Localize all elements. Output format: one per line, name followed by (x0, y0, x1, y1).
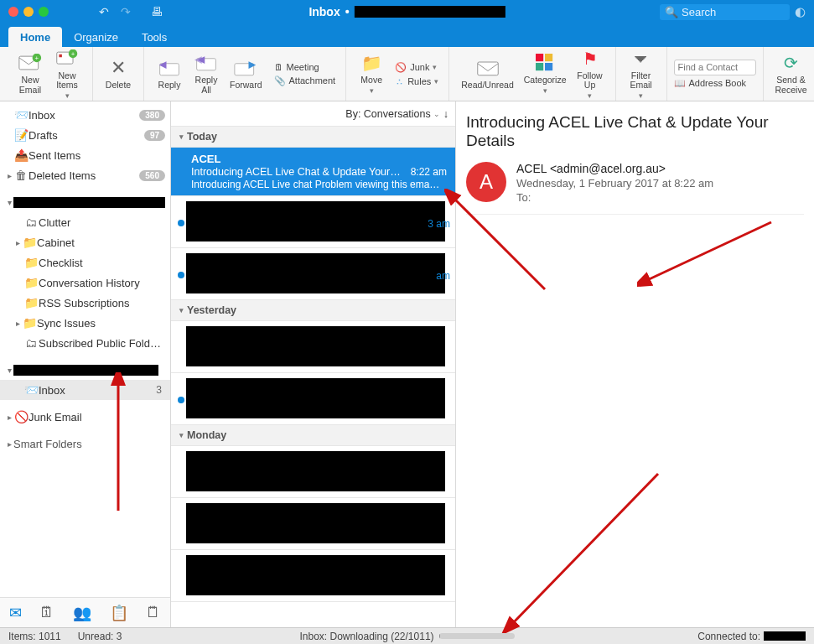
expand-arrow-icon[interactable]: ▸ (13, 238, 22, 247)
message-item[interactable]: 3 am (171, 196, 455, 248)
sidebar-item-inbox-2[interactable]: 📨 Inbox 3 (0, 380, 170, 400)
account-name-redacted (13, 197, 165, 208)
close-window-button[interactable] (8, 7, 18, 17)
calendar-view-icon[interactable]: 🗓 (39, 604, 54, 621)
sidebar-item-label: Junk Email (29, 411, 165, 423)
chevron-down-icon: ▾ (370, 87, 374, 96)
account-name-redacted (13, 365, 158, 376)
sidebar-item-smart-folders[interactable]: ▸Smart Folders (0, 434, 170, 454)
msg-time: 3 am (428, 218, 450, 230)
undo-icon[interactable]: ↶ (99, 5, 109, 18)
expand-arrow-icon[interactable]: ▸ (5, 439, 13, 449)
group-today[interactable]: ▾Today (171, 127, 455, 148)
sidebar-item-sent[interactable]: 📤 Sent Items (0, 145, 170, 165)
sent-icon: 📤 (13, 148, 29, 162)
message-item[interactable] (171, 550, 455, 602)
sidebar-item-junk[interactable]: ▸🚫Junk Email (0, 407, 170, 427)
meeting-button[interactable]: 🗓Meeting (271, 61, 340, 73)
follow-up-button[interactable]: ⚑ Follow Up ▾ (572, 46, 609, 102)
sidebar-item-clutter[interactable]: 🗂Clutter (0, 212, 170, 232)
address-book-button[interactable]: 📖Address Book (674, 78, 756, 89)
sidebar-account-header[interactable]: ▾ (0, 192, 170, 212)
message-item[interactable]: am (171, 248, 455, 300)
flag-icon: ⚑ (578, 48, 602, 70)
sender-avatar: A (466, 162, 506, 202)
progress-bar (439, 633, 515, 639)
unread-dot-icon (178, 272, 184, 278)
sort-label: By: Conversations (345, 108, 430, 120)
sort-direction-button[interactable]: ↓ (443, 108, 448, 120)
tab-home[interactable]: Home (8, 27, 62, 47)
sidebar-item-drafts[interactable]: 📝 Drafts 97 (0, 125, 170, 145)
rules-button[interactable]: ⛬Rules▾ (391, 75, 442, 87)
sidebar-item-conversation-history[interactable]: 📁Conversation History (0, 273, 170, 293)
message-item[interactable] (171, 498, 455, 550)
move-button[interactable]: 📁 Move ▾ (353, 50, 390, 96)
window-title: Inbox • (308, 5, 505, 18)
group-yesterday[interactable]: ▾Yesterday (171, 300, 455, 321)
tab-tools[interactable]: Tools (130, 27, 179, 47)
collapse-arrow-icon: ▾ (179, 431, 184, 439)
sidebar-item-inbox[interactable]: 📨 Inbox 380 (0, 105, 170, 125)
expand-arrow-icon[interactable]: ▸ (5, 171, 13, 180)
sidebar-item-cabinet[interactable]: ▸📁Cabinet (0, 232, 170, 252)
search-box[interactable]: 🔍 (660, 4, 790, 20)
msg-subject: Introducing ACEL Live Chat & Update Your… (191, 166, 401, 178)
minimize-window-button[interactable] (23, 7, 34, 17)
notes-view-icon[interactable]: 🗒 (146, 604, 161, 621)
find-contact-input[interactable] (674, 60, 756, 75)
message-list: By: Conversations ⌄ ↓ ▾Today ACEL Introd… (171, 101, 456, 627)
help-icon[interactable]: ◐ (795, 4, 806, 19)
new-email-button[interactable]: + New Email (12, 50, 49, 96)
sidebar-item-label: Inbox (39, 384, 156, 397)
reading-pane: Introducing ACEL Live Chat & Update Your… (456, 101, 814, 627)
junk-button[interactable]: 🚫Junk▾ (391, 61, 442, 74)
sidebar-account-header-2[interactable]: ▾ (0, 360, 170, 380)
trash-icon: 🗑 (13, 169, 29, 182)
maximize-window-button[interactable] (39, 7, 49, 17)
people-view-icon[interactable]: 👥 (73, 604, 91, 622)
read-unread-button[interactable]: Read/Unread (456, 55, 518, 92)
sort-by-button[interactable]: By: Conversations ⌄ (345, 108, 439, 120)
sidebar-item-label: Checklist (39, 257, 165, 269)
attachment-button[interactable]: 📎Attachment (271, 75, 340, 87)
send-receive-button[interactable]: ⟳ Send & Receive (770, 50, 812, 96)
ribbon: + New Email + New Items ▾ ✕ Delete Reply (0, 47, 814, 101)
expand-arrow-icon[interactable]: ▸ (5, 413, 13, 422)
message-item-selected[interactable]: ACEL Introducing ACEL Live Chat & Update… (171, 148, 455, 196)
print-icon[interactable]: 🖶 (151, 5, 163, 18)
message-item[interactable] (171, 321, 455, 373)
title-account-redacted (355, 6, 506, 18)
forward-button[interactable]: Forward (225, 55, 267, 92)
forward-icon (234, 57, 257, 79)
message-item[interactable] (171, 373, 455, 425)
delete-button[interactable]: ✕ Delete (100, 55, 137, 92)
sidebar-item-subscribed-public[interactable]: 🗂Subscribed Public Folders (0, 333, 170, 353)
chevron-down-icon: ▾ (588, 92, 592, 101)
count-badge: 97 (144, 130, 165, 141)
chevron-down-icon: ▾ (65, 92, 70, 101)
categorize-button[interactable]: Categorize ▾ (519, 50, 572, 96)
collapse-arrow-icon[interactable]: ▾ (5, 366, 13, 375)
search-input[interactable] (682, 6, 785, 18)
reply-all-button[interactable]: Reply All (188, 50, 225, 96)
new-items-button[interactable]: + New Items ▾ (49, 46, 86, 102)
message-item[interactable] (171, 446, 455, 498)
sidebar-item-checklist[interactable]: 📁Checklist (0, 252, 170, 273)
sidebar-item-deleted[interactable]: ▸🗑 Deleted Items 560 (0, 165, 170, 185)
tab-organize[interactable]: Organize (62, 27, 130, 47)
tasks-view-icon[interactable]: 📋 (110, 604, 128, 622)
reply-button[interactable]: Reply (151, 55, 188, 92)
mail-view-icon[interactable]: ✉ (9, 604, 22, 622)
sidebar-item-rss[interactable]: 📁RSS Subscriptions (0, 293, 170, 313)
svg-rect-14 (545, 63, 552, 70)
sidebar-item-sync-issues[interactable]: ▸📁Sync Issues (0, 313, 170, 333)
sidebar-item-label: Subscribed Public Folders (39, 337, 165, 350)
window-controls (8, 7, 49, 17)
collapse-arrow-icon[interactable]: ▾ (5, 198, 13, 207)
expand-arrow-icon[interactable]: ▸ (13, 319, 22, 328)
redo-icon[interactable]: ↷ (121, 5, 131, 18)
group-monday[interactable]: ▾Monday (171, 425, 455, 446)
sidebar-item-label: Cabinet (37, 236, 165, 249)
filter-email-button[interactable]: ⏷ Filter Email ▾ (623, 46, 660, 102)
